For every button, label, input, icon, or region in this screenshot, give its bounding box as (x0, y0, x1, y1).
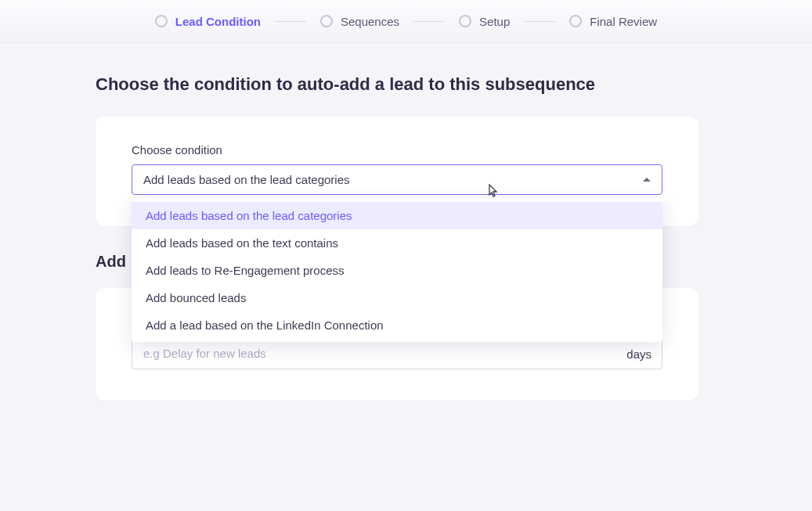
stepper-bar: Lead Condition Sequences Setup Final Rev… (0, 0, 812, 43)
condition-dropdown: Add leads based on the lead categories A… (132, 199, 662, 342)
step-connector (524, 21, 555, 22)
step-lead-condition[interactable]: Lead Condition (155, 15, 261, 28)
caret-up-icon (643, 178, 651, 182)
step-connector (275, 21, 306, 22)
step-final-review[interactable]: Final Review (569, 15, 657, 28)
condition-select[interactable]: Add leads based on the lead categories (132, 164, 662, 195)
step-label: Setup (479, 15, 510, 28)
step-label: Sequences (341, 15, 399, 28)
condition-card: Choose condition Add leads based on the … (96, 117, 698, 226)
dropdown-item-re-engagement[interactable]: Add leads to Re-Engagement process (132, 257, 662, 284)
step-circle-icon (320, 15, 333, 27)
page-title: Choose the condition to auto-add a lead … (96, 74, 698, 95)
dropdown-item-text-contains[interactable]: Add leads based on the text contains (132, 229, 662, 257)
step-circle-icon (569, 15, 582, 27)
step-setup[interactable]: Setup (459, 15, 510, 28)
condition-selected-value: Add leads based on the lead categories (143, 173, 350, 186)
condition-label: Choose condition (132, 143, 662, 157)
dropdown-item-linkedin[interactable]: Add a lead based on the LinkedIn Connect… (132, 311, 662, 339)
step-circle-icon (459, 15, 471, 27)
stepper-inner: Lead Condition Sequences Setup Final Rev… (155, 15, 657, 28)
dropdown-item-lead-categories[interactable]: Add leads based on the lead categories (132, 202, 662, 229)
dropdown-item-bounced[interactable]: Add bounced leads (132, 284, 662, 311)
step-connector (413, 21, 445, 22)
step-label: Lead Condition (175, 15, 261, 28)
step-sequences[interactable]: Sequences (320, 15, 399, 28)
delay-input[interactable] (132, 337, 662, 369)
delay-suffix: days (626, 347, 651, 360)
step-label: Final Review (590, 15, 657, 28)
step-circle-icon (155, 15, 168, 27)
